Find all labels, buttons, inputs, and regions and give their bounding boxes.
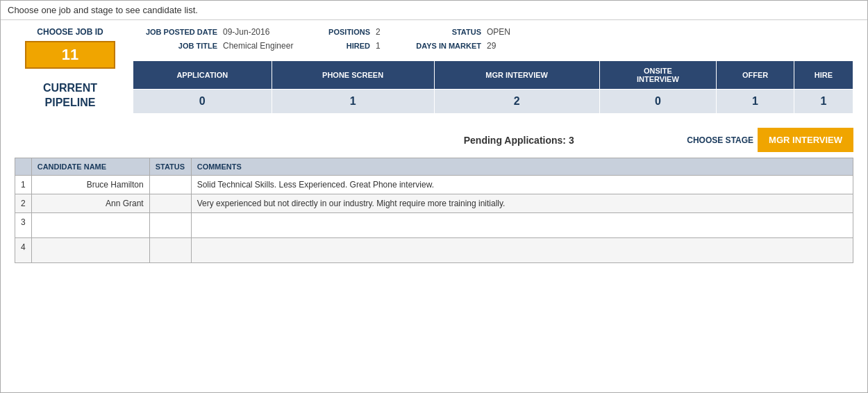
row-number: 2 [15, 194, 32, 213]
candidate-table: CANDIDATE NAME STATUS COMMENTS 1Bruce Ha… [15, 158, 853, 263]
positions-value: 2 [376, 27, 403, 37]
posted-date-label: JOB POSTED DATE [133, 28, 223, 36]
candidate-status [149, 238, 191, 263]
pipeline-col-header: HIRE [794, 61, 853, 90]
choose-job-label: CHOOSE JOB ID [37, 27, 103, 37]
instruction-text: Choose one job and stage to see candidat… [8, 5, 198, 15]
pipeline-col-header: OFFER [717, 61, 794, 90]
row-number: 4 [15, 238, 32, 263]
title-value: Chemical Engineer [223, 41, 306, 51]
col-header-status: STATUS [149, 158, 191, 176]
col-header-name: CANDIDATE NAME [31, 158, 149, 176]
choose-stage-label: CHOOSE STAGE [687, 135, 753, 145]
current-pipeline-label: CURRENTPIPELINE [43, 81, 97, 110]
candidate-comment: Solid Technical Skills. Less Experienced… [191, 176, 853, 194]
days-value: 29 [487, 41, 528, 51]
positions-label: POSITIONS [306, 28, 376, 36]
candidate-status [149, 176, 191, 194]
col-header-comments: COMMENTS [191, 158, 853, 176]
candidate-status [149, 194, 191, 213]
mgr-interview-button[interactable]: MGR INTERVIEW [758, 128, 853, 152]
pipeline-col-header: ONSITEINTERVIEW [599, 61, 717, 90]
pipeline-col-value: 0 [599, 90, 717, 114]
status-label: STATUS [403, 28, 487, 36]
candidate-name: Bruce Hamilton [31, 176, 149, 194]
pipeline-col-value: 1 [794, 90, 853, 114]
pipeline-col-value: 1 [272, 90, 434, 114]
job-id-box[interactable]: 11 [25, 41, 115, 69]
pipeline-table: APPLICATIONPHONE SCREENMGR INTERVIEWONSI… [133, 60, 853, 114]
posted-date-value: 09-Jun-2016 [223, 27, 306, 37]
hired-label: HIRED [306, 42, 376, 50]
candidate-comment [191, 213, 853, 238]
pipeline-col-value: 2 [434, 90, 599, 114]
candidate-status [149, 213, 191, 238]
candidate-name [31, 238, 149, 263]
status-value: OPEN [487, 27, 528, 37]
pipeline-col-header: PHONE SCREEN [272, 61, 434, 90]
candidate-comment: Very experienced but not directly in our… [191, 194, 853, 213]
pipeline-col-header: MGR INTERVIEW [434, 61, 599, 90]
pending-label: Pending Applications: 3 [351, 135, 687, 146]
candidate-comment [191, 238, 853, 263]
hired-value: 1 [376, 41, 403, 51]
pipeline-col-value: 0 [133, 90, 272, 114]
title-label: JOB TITLE [133, 42, 223, 50]
candidate-name: Ann Grant [31, 194, 149, 213]
pipeline-col-value: 1 [717, 90, 794, 114]
candidate-name [31, 213, 149, 238]
pipeline-col-header: APPLICATION [133, 61, 272, 90]
row-number: 3 [15, 213, 32, 238]
days-label: DAYS IN MARKET [403, 42, 487, 50]
row-number: 1 [15, 176, 32, 194]
